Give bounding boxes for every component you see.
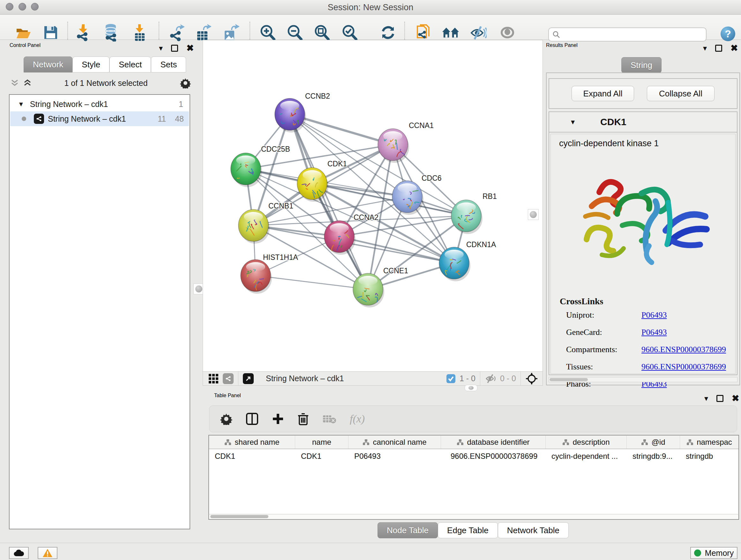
zoom-selected-button[interactable] — [340, 23, 358, 42]
network-collection-row[interactable]: ▼ String Network – cdk1 1 — [10, 97, 189, 111]
split-columns-icon[interactable] — [246, 413, 259, 425]
network-canvas[interactable]: CCNB2CCNA1CDC25BCDK1CDC6RB1CCNB1CCNA2CDK… — [203, 40, 542, 371]
refresh-layout-button[interactable] — [379, 23, 397, 42]
network-title: String Network – cdk1 — [266, 374, 344, 383]
crosslink-value[interactable]: P06493 — [642, 310, 667, 320]
selected-checkbox-icon[interactable] — [446, 374, 456, 383]
zoom-selected-icon — [341, 24, 358, 41]
network-node-ccna1[interactable]: CCNA1 — [378, 121, 434, 163]
close-panel-icon[interactable]: ✖ — [732, 394, 739, 403]
column-header[interactable]: database identifier — [441, 435, 546, 449]
expand-all-button[interactable]: Expand All — [571, 86, 634, 101]
add-column-icon[interactable] — [272, 413, 284, 425]
help-button[interactable]: ? — [721, 26, 735, 41]
column-header[interactable]: name — [295, 435, 348, 449]
export-table-icon — [195, 23, 211, 42]
splitter-handle[interactable] — [528, 209, 539, 220]
tab-sets[interactable]: Sets — [151, 57, 186, 72]
tree-expand-icon[interactable]: ▼ — [18, 101, 24, 108]
first-neighbors-button[interactable] — [414, 23, 432, 42]
column-header[interactable]: @id — [627, 435, 680, 449]
network-row-selected[interactable]: String Network – cdk1 11 48 — [10, 111, 189, 126]
table-row[interactable]: CDK1 CDK1 P06493 9606.ENSP00000378699 cy… — [209, 449, 738, 463]
protein-card: ▾ CDK1 cyclin-dependent kinase 1 — [549, 111, 738, 375]
tab-style[interactable]: Style — [72, 57, 110, 72]
export-network-button[interactable] — [167, 23, 185, 42]
network-node-rb1[interactable]: RB1 — [451, 192, 497, 234]
toolbar-separator — [404, 22, 405, 40]
import-table-from-file-button[interactable] — [131, 23, 149, 42]
float-panel-icon[interactable]: ▾ — [159, 44, 163, 52]
open-in-new-window-icon[interactable] — [243, 373, 254, 384]
crosslink-value[interactable]: 9606.ENSP00000378699 — [642, 345, 726, 354]
tab-select[interactable]: Select — [110, 57, 151, 72]
tab-network-table[interactable]: Network Table — [498, 522, 569, 538]
hidden-eye-slash-icon[interactable] — [485, 374, 497, 384]
column-flag-icon — [362, 439, 369, 445]
maximize-panel-icon[interactable] — [717, 395, 724, 402]
network-node-cdk1[interactable]: CDK1 — [297, 160, 347, 202]
birdseye-crosshair-icon[interactable] — [525, 372, 538, 385]
function-builder-icon[interactable]: f(x) — [350, 413, 365, 425]
float-panel-icon[interactable]: ▾ — [704, 395, 708, 402]
collapse-all-button[interactable]: Collapse All — [647, 86, 715, 101]
houses-button[interactable] — [442, 23, 460, 42]
column-flag-icon — [224, 439, 231, 445]
crosslink-row: GeneCard: P06493 — [566, 327, 602, 337]
open-session-button[interactable] — [15, 23, 32, 42]
node-count: 11 — [158, 114, 166, 124]
column-header[interactable]: canonical name — [348, 435, 441, 449]
save-session-button[interactable] — [42, 23, 60, 42]
save-floppy-icon — [43, 25, 58, 40]
collapse-all-icon[interactable] — [10, 79, 19, 87]
maximize-panel-icon[interactable] — [171, 45, 178, 52]
expand-all-icon[interactable] — [23, 79, 32, 87]
crosslink-value[interactable]: 9606.ENSP00000378699 — [642, 362, 726, 372]
delete-column-icon[interactable] — [297, 413, 309, 425]
tab-network[interactable]: Network — [23, 57, 72, 72]
close-panel-icon[interactable]: ✖ — [186, 44, 194, 53]
tab-string[interactable]: String — [621, 57, 662, 73]
import-network-from-file-button[interactable] — [74, 23, 92, 42]
delete-table-icon[interactable] — [322, 414, 336, 424]
column-header[interactable]: namespac — [680, 435, 738, 449]
export-image-button[interactable] — [222, 23, 240, 42]
zoom-in-button[interactable] — [259, 23, 276, 42]
export-table-button[interactable] — [194, 23, 212, 42]
network-node-ccnb2[interactable]: CCNB2 — [275, 92, 330, 132]
import-network-icon — [75, 23, 91, 42]
cloud-button[interactable] — [9, 547, 29, 559]
network-collection-label: String Network – cdk1 — [30, 100, 108, 109]
grid-view-icon[interactable] — [208, 373, 219, 384]
zoom-fit-button[interactable] — [313, 23, 331, 42]
network-node-ccnb1[interactable]: CCNB1 — [239, 202, 293, 244]
hide-selected-button[interactable] — [469, 23, 487, 42]
column-flag-icon — [686, 439, 693, 445]
tab-node-table[interactable]: Node Table — [378, 522, 438, 538]
zoom-out-button[interactable] — [286, 23, 304, 42]
splitter-handle[interactable] — [465, 385, 477, 391]
results-horizontal-scrollbar[interactable] — [549, 377, 738, 382]
table-horizontal-scrollbar[interactable] — [208, 514, 739, 520]
maximize-panel-icon[interactable] — [715, 45, 722, 52]
crosslink-value[interactable]: P06493 — [642, 327, 667, 337]
close-panel-icon[interactable]: ✖ — [731, 44, 738, 53]
search-input[interactable] — [560, 29, 703, 40]
window-title: Session: New Session — [0, 3, 741, 12]
node-label-rb1: RB1 — [482, 192, 497, 200]
collapse-section-icon[interactable]: ▾ — [571, 118, 575, 126]
show-all-button[interactable] — [498, 23, 516, 42]
network-node-hist1h1a[interactable]: HIST1H1A — [241, 253, 298, 294]
column-header[interactable]: shared name — [209, 435, 295, 449]
network-node-cdkn1a[interactable]: CDKN1A — [439, 240, 496, 281]
column-header[interactable]: description — [546, 435, 627, 449]
import-network-from-database-button[interactable] — [102, 23, 120, 42]
float-panel-icon[interactable]: ▾ — [703, 44, 707, 52]
gear-icon[interactable] — [220, 413, 232, 425]
gear-icon[interactable] — [180, 78, 191, 88]
tab-edge-table[interactable]: Edge Table — [438, 522, 498, 538]
memory-button[interactable]: Memory — [690, 547, 738, 559]
node-table: shared name name canonical name database… — [208, 435, 739, 514]
string-network-icon[interactable] — [223, 373, 233, 384]
warnings-button[interactable] — [38, 547, 57, 559]
